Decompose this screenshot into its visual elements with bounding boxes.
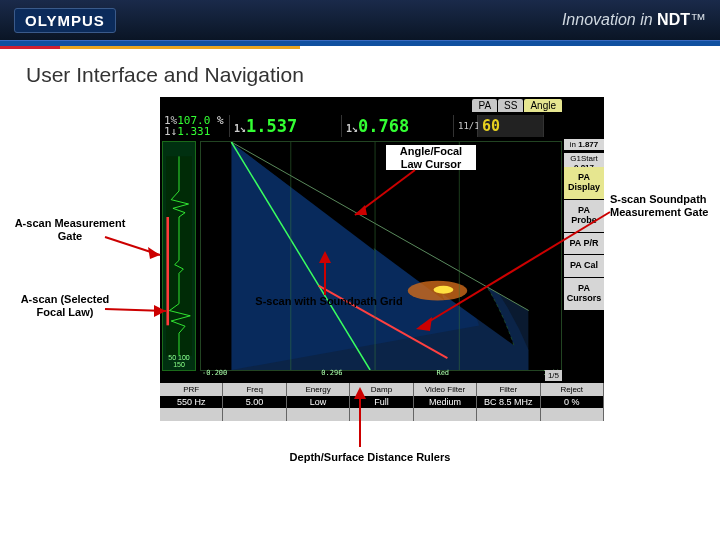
r2-lbl: G1Start bbox=[570, 154, 598, 163]
callout-depth-rulers: Depth/Surface Distance Rulers bbox=[260, 451, 480, 464]
sscan-display bbox=[200, 141, 562, 371]
callout-sscan-grid: S-scan with Soundpath Grid bbox=[244, 295, 414, 308]
svg-point-4 bbox=[434, 286, 454, 294]
param-freq[interactable]: Freq5.00 bbox=[223, 383, 286, 421]
callout-ascan-gate: A-scan MeasurementGate bbox=[0, 217, 140, 242]
param-filter[interactable]: FilterBC 8.5 MHz bbox=[477, 383, 540, 421]
callout-sscan-gate: S-scan SoundpathMeasurement Gate bbox=[610, 193, 720, 218]
softkey-pa-pr[interactable]: PA P/R bbox=[564, 233, 604, 255]
param-video-filter[interactable]: Video FilterMedium bbox=[414, 383, 477, 421]
depth-ruler: -0.200 0.296 Red 1.02 bbox=[200, 369, 562, 377]
tv-v3: 1.537 bbox=[246, 116, 297, 136]
stage: PA SS Angle Gain 35.0 dB 1%107.0 % 1↓1.3… bbox=[0, 97, 720, 517]
callout-angle-cursor: Angle/FocalLaw Cursor bbox=[386, 145, 476, 170]
tagline-em: NDT bbox=[657, 11, 690, 28]
softkey-pa-cursors[interactable]: PA Cursors bbox=[564, 278, 604, 310]
tab-angle[interactable]: Angle bbox=[524, 99, 562, 112]
tv-v2: 1.331 bbox=[177, 125, 210, 138]
ascan-ticks: 50 100 150 bbox=[163, 354, 195, 368]
header-stripe bbox=[0, 46, 720, 49]
svg-marker-14 bbox=[148, 247, 160, 259]
tab-ss[interactable]: SS bbox=[498, 99, 523, 112]
param-energy[interactable]: EnergyLow bbox=[287, 383, 350, 421]
callout-ascan-fl: A-scan (SelectedFocal Law) bbox=[0, 293, 130, 318]
tv-v4: 0.768 bbox=[358, 116, 409, 136]
softkeys: PA Display PA Probe PA P/R PA Cal PA Cur… bbox=[564, 167, 604, 310]
brand-logo: OLYMPUS bbox=[14, 8, 116, 33]
param-reject[interactable]: Reject0 % bbox=[541, 383, 604, 421]
tagline-pre: Innovation in bbox=[562, 11, 657, 28]
page-title: User Interface and Navigation bbox=[26, 63, 720, 87]
ascan-wave bbox=[166, 142, 192, 370]
readout-1: in 1.877 bbox=[564, 139, 604, 150]
softkey-pa-display[interactable]: PA Display bbox=[564, 167, 604, 199]
param-prf[interactable]: PRF550 Hz bbox=[160, 383, 223, 421]
xtick-0: -0.200 bbox=[202, 369, 227, 377]
r1-val: 1.877 bbox=[578, 140, 598, 149]
tab-pa[interactable]: PA bbox=[472, 99, 497, 112]
header: OLYMPUS Innovation in NDT™ bbox=[0, 0, 720, 40]
tv-angle: 60 bbox=[482, 119, 539, 134]
tagline: Innovation in NDT™ bbox=[562, 11, 706, 29]
page-indicator: 1/5 bbox=[545, 370, 562, 381]
param-damp[interactable]: DampFull bbox=[350, 383, 413, 421]
softkey-pa-cal[interactable]: PA Cal bbox=[564, 255, 604, 277]
xtick-2: Red bbox=[436, 369, 449, 377]
tv-idx: 11/1 bbox=[458, 122, 473, 131]
xtick-1: 0.296 bbox=[321, 369, 342, 377]
softkey-pa-probe[interactable]: PA Probe bbox=[564, 200, 604, 232]
view-tabs: PA SS Angle bbox=[472, 99, 562, 112]
param-bar: PRF550 Hz Freq5.00 EnergyLow DampFull Vi… bbox=[160, 383, 604, 421]
device-screen: PA SS Angle Gain 35.0 dB 1%107.0 % 1↓1.3… bbox=[160, 97, 604, 421]
r1-lbl: in bbox=[570, 140, 576, 149]
tagline-tm: ™ bbox=[690, 11, 706, 28]
top-value-bar: 1%107.0 % 1↓1.331 1↘1.537 1↘0.768 11/1 6… bbox=[160, 115, 604, 137]
ascan-strip: 50 100 150 bbox=[162, 141, 196, 371]
